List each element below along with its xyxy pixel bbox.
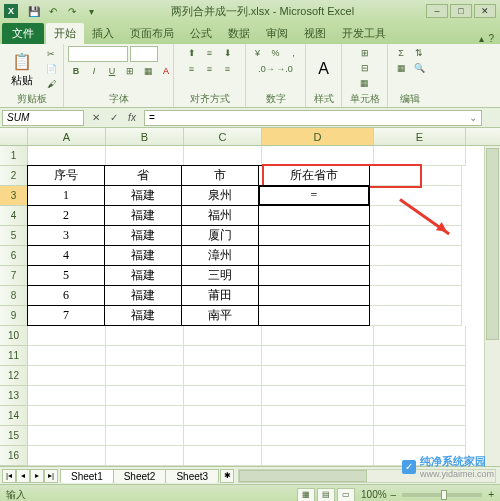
col-header-B[interactable]: B bbox=[106, 128, 184, 145]
formula-bar[interactable]: = ⌄ bbox=[144, 110, 482, 126]
cell-E16[interactable] bbox=[374, 446, 466, 466]
save-button[interactable]: 💾 bbox=[26, 3, 42, 19]
row-header-16[interactable]: 16 bbox=[0, 446, 28, 466]
row-header-8[interactable]: 8 bbox=[0, 286, 28, 306]
autosum-button[interactable]: Σ bbox=[393, 46, 409, 60]
col-header-C[interactable]: C bbox=[184, 128, 262, 145]
cell-E13[interactable] bbox=[374, 386, 466, 406]
cell-E14[interactable] bbox=[374, 406, 466, 426]
zoom-slider[interactable] bbox=[402, 493, 482, 497]
sheet-tab-3[interactable]: Sheet3 bbox=[165, 469, 219, 483]
cell-C1[interactable] bbox=[184, 146, 262, 166]
cell-A14[interactable] bbox=[28, 406, 106, 426]
percent-button[interactable]: % bbox=[268, 46, 284, 60]
styles-button[interactable]: A bbox=[310, 57, 337, 81]
name-box[interactable]: SUM bbox=[2, 110, 84, 126]
format-painter-button[interactable]: 🖌 bbox=[43, 77, 59, 91]
insert-cells-button[interactable]: ⊞ bbox=[360, 46, 370, 60]
zoom-out-button[interactable]: – bbox=[391, 489, 397, 500]
cell-C13[interactable] bbox=[184, 386, 262, 406]
cell-D16[interactable] bbox=[262, 446, 374, 466]
cell-B13[interactable] bbox=[106, 386, 184, 406]
align-middle-button[interactable]: ≡ bbox=[202, 46, 218, 60]
cell-C7[interactable]: 三明 bbox=[181, 265, 259, 286]
cell-E3[interactable] bbox=[370, 186, 462, 206]
sheet-tab-1[interactable]: Sheet1 bbox=[60, 469, 114, 483]
bold-button[interactable]: B bbox=[68, 64, 84, 78]
cell-A5[interactable]: 3 bbox=[27, 225, 105, 246]
cell-C14[interactable] bbox=[184, 406, 262, 426]
border-button[interactable]: ⊞ bbox=[122, 64, 138, 78]
cell-E2[interactable] bbox=[370, 166, 462, 186]
cell-B3[interactable]: 福建 bbox=[104, 185, 182, 206]
row-header-9[interactable]: 9 bbox=[0, 306, 28, 326]
row-header-12[interactable]: 12 bbox=[0, 366, 28, 386]
cell-B9[interactable]: 福建 bbox=[104, 305, 182, 326]
row-header-4[interactable]: 4 bbox=[0, 206, 28, 226]
cell-E4[interactable] bbox=[370, 206, 462, 226]
cell-E1[interactable] bbox=[374, 146, 466, 166]
cell-C15[interactable] bbox=[184, 426, 262, 446]
cell-D4[interactable] bbox=[258, 205, 370, 226]
underline-button[interactable]: U bbox=[104, 64, 120, 78]
cell-D13[interactable] bbox=[262, 386, 374, 406]
sort-button[interactable]: ⇅ bbox=[411, 46, 427, 60]
align-bottom-button[interactable]: ⬇ bbox=[220, 46, 236, 60]
fill-button[interactable]: ▦ bbox=[393, 61, 409, 75]
zoom-in-button[interactable]: + bbox=[488, 489, 494, 500]
cell-E7[interactable] bbox=[370, 266, 462, 286]
cell-A10[interactable] bbox=[28, 326, 106, 346]
sheet-nav-prev[interactable]: ◂ bbox=[16, 469, 30, 483]
cell-A1[interactable] bbox=[28, 146, 106, 166]
cell-D5[interactable] bbox=[258, 225, 370, 246]
row-header-7[interactable]: 7 bbox=[0, 266, 28, 286]
view-normal-button[interactable]: ▦ bbox=[297, 488, 315, 502]
format-cells-button[interactable]: ▦ bbox=[359, 76, 370, 90]
tab-page-layout[interactable]: 页面布局 bbox=[122, 23, 182, 44]
cell-A9[interactable]: 7 bbox=[27, 305, 105, 326]
align-center-button[interactable]: ≡ bbox=[202, 62, 218, 76]
cell-E15[interactable] bbox=[374, 426, 466, 446]
sheet-nav-next[interactable]: ▸ bbox=[30, 469, 44, 483]
cell-E5[interactable] bbox=[370, 226, 462, 246]
cell-D11[interactable] bbox=[262, 346, 374, 366]
close-button[interactable]: ✕ bbox=[474, 4, 496, 18]
cell-A13[interactable] bbox=[28, 386, 106, 406]
row-header-5[interactable]: 5 bbox=[0, 226, 28, 246]
cell-E8[interactable] bbox=[370, 286, 462, 306]
cell-D12[interactable] bbox=[262, 366, 374, 386]
cell-A12[interactable] bbox=[28, 366, 106, 386]
cell-B5[interactable]: 福建 bbox=[104, 225, 182, 246]
cells-area[interactable]: 序号省市所在省市1福建泉州=2福建福州3福建厦门4福建漳州5福建三明6福建莆田7… bbox=[28, 146, 500, 466]
minimize-button[interactable]: – bbox=[426, 4, 448, 18]
cell-B14[interactable] bbox=[106, 406, 184, 426]
select-all-corner[interactable] bbox=[0, 128, 28, 145]
row-header-3[interactable]: 3 bbox=[0, 186, 28, 206]
row-header-11[interactable]: 11 bbox=[0, 346, 28, 366]
cell-D1[interactable] bbox=[262, 146, 374, 166]
cell-B4[interactable]: 福建 bbox=[104, 205, 182, 226]
view-page-break-button[interactable]: ▭ bbox=[337, 488, 355, 502]
cell-A11[interactable] bbox=[28, 346, 106, 366]
cell-D7[interactable] bbox=[258, 265, 370, 286]
align-right-button[interactable]: ≡ bbox=[220, 62, 236, 76]
fill-color-button[interactable]: ▦ bbox=[140, 64, 156, 78]
fx-button[interactable]: fx bbox=[124, 110, 140, 126]
font-size-select[interactable] bbox=[130, 46, 158, 62]
cell-D8[interactable] bbox=[258, 285, 370, 306]
file-tab[interactable]: 文件 bbox=[2, 23, 44, 44]
cell-E10[interactable] bbox=[374, 326, 466, 346]
tab-data[interactable]: 数据 bbox=[220, 23, 258, 44]
italic-button[interactable]: I bbox=[86, 64, 102, 78]
cell-D14[interactable] bbox=[262, 406, 374, 426]
currency-button[interactable]: ¥ bbox=[250, 46, 266, 60]
cell-C5[interactable]: 厦门 bbox=[181, 225, 259, 246]
cell-E6[interactable] bbox=[370, 246, 462, 266]
paste-button[interactable]: 📋 粘贴 bbox=[4, 49, 40, 88]
font-color-button[interactable]: A bbox=[158, 64, 174, 78]
font-name-select[interactable] bbox=[68, 46, 128, 62]
cell-A4[interactable]: 2 bbox=[27, 205, 105, 226]
row-header-6[interactable]: 6 bbox=[0, 246, 28, 266]
qat-dropdown[interactable]: ▾ bbox=[83, 3, 99, 19]
cell-B1[interactable] bbox=[106, 146, 184, 166]
